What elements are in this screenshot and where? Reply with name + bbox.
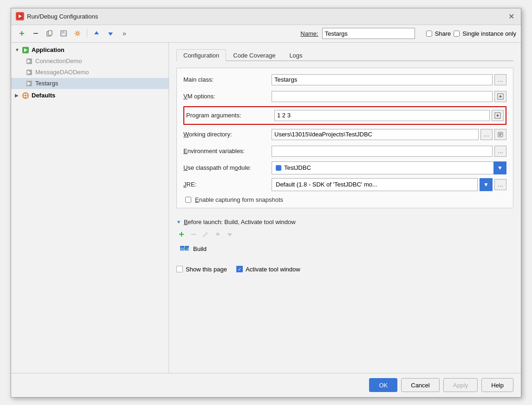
program-args-label: Program arguments: bbox=[186, 112, 274, 119]
name-area: Name: Share Single instance only bbox=[300, 28, 516, 39]
add-button[interactable] bbox=[16, 27, 28, 39]
enable-snapshots-row: Enable capturing form snapshots bbox=[183, 196, 506, 203]
application-icon bbox=[21, 46, 30, 54]
move-up-button[interactable] bbox=[91, 27, 103, 39]
svg-line-18 bbox=[76, 35, 76, 35]
working-dir-control: … bbox=[272, 129, 506, 140]
messagedaodemo-label: MessageDAODemo bbox=[35, 69, 165, 76]
cancel-button[interactable]: Cancel bbox=[401, 378, 439, 392]
defaults-label: Defaults bbox=[32, 92, 165, 99]
before-launch-arrow: ▼ bbox=[176, 219, 181, 225]
tree-item-connectiondemo[interactable]: ConnectionDemo bbox=[11, 56, 169, 67]
before-launch-toolbar bbox=[176, 229, 513, 239]
jre-browse-button[interactable]: … bbox=[494, 179, 506, 190]
classpath-row: Use classpath of module: TestJDBC ▼ bbox=[183, 161, 506, 175]
tree-item-messagedaodemo[interactable]: MessageDAODemo bbox=[11, 67, 169, 78]
tab-code-coverage[interactable]: Code Coverage bbox=[226, 49, 282, 61]
working-dir-browse-button[interactable]: … bbox=[480, 129, 493, 140]
tree-item-testargs[interactable]: Testargs bbox=[11, 78, 169, 89]
defaults-arrow: ▶ bbox=[15, 93, 21, 98]
env-vars-control: … bbox=[272, 146, 506, 157]
jre-field[interactable]: Default (1.8 - SDK of 'TestJDBC' mo... bbox=[272, 178, 478, 191]
main-class-control: … bbox=[272, 74, 506, 85]
close-button[interactable]: ✕ bbox=[506, 11, 516, 21]
main-class-input[interactable] bbox=[272, 74, 493, 85]
tab-configuration[interactable]: Configuration bbox=[176, 49, 226, 61]
move-down-button[interactable] bbox=[104, 27, 117, 39]
save-button[interactable] bbox=[58, 27, 70, 39]
jre-value: Default (1.8 - SDK of 'TestJDBC' mo... bbox=[276, 181, 377, 188]
before-launch-title: Before launch: Build, Activate tool wind… bbox=[184, 219, 296, 225]
single-instance-label[interactable]: Single instance only bbox=[462, 30, 516, 37]
content-area: ▼ Application ConnectionDemo bbox=[11, 43, 521, 373]
classpath-select-field[interactable]: TestJDBC bbox=[272, 161, 493, 174]
env-vars-input[interactable] bbox=[272, 146, 493, 157]
classpath-dropdown-button[interactable]: ▼ bbox=[493, 161, 506, 174]
bl-remove-button[interactable] bbox=[188, 229, 199, 239]
bl-add-button[interactable] bbox=[176, 229, 187, 239]
svg-marker-20 bbox=[108, 32, 113, 36]
classpath-select-wrapper: TestJDBC ▼ bbox=[272, 161, 506, 174]
activate-window-label[interactable]: Activate tool window bbox=[246, 266, 300, 273]
svg-marker-48 bbox=[215, 232, 220, 235]
show-page-label[interactable]: Show this page bbox=[186, 266, 227, 273]
help-button[interactable]: Help bbox=[481, 378, 513, 392]
run-debug-dialog: Run/Debug Configurations ✕ bbox=[11, 8, 521, 398]
env-vars-browse-button[interactable]: … bbox=[494, 146, 506, 157]
show-page-checkbox[interactable] bbox=[176, 266, 183, 272]
working-dir-input[interactable] bbox=[272, 129, 479, 140]
app-icon bbox=[16, 12, 24, 20]
working-dir-macro-button[interactable] bbox=[494, 129, 506, 140]
jre-label: JRE: bbox=[183, 181, 272, 188]
dialog-title: Run/Debug Configurations bbox=[27, 13, 98, 20]
copy-button[interactable] bbox=[44, 27, 56, 39]
vm-options-input[interactable] bbox=[272, 91, 493, 102]
share-label[interactable]: Share bbox=[435, 30, 451, 37]
vm-options-control bbox=[272, 91, 506, 102]
classpath-value: TestJDBC bbox=[284, 164, 311, 171]
ok-button[interactable]: OK bbox=[369, 378, 397, 392]
tree-item-application[interactable]: ▼ Application bbox=[11, 45, 169, 56]
enable-snapshots-label[interactable]: Enable capturing form snapshots bbox=[195, 196, 283, 203]
svg-rect-8 bbox=[62, 31, 65, 33]
settings-button[interactable] bbox=[71, 27, 84, 39]
bottom-checkboxes: Show this page ✓ Activate tool window bbox=[176, 262, 513, 276]
svg-point-30 bbox=[25, 95, 26, 96]
single-instance-checkbox[interactable] bbox=[454, 31, 460, 37]
enable-snapshots-checkbox[interactable] bbox=[185, 197, 191, 203]
svg-text:01: 01 bbox=[181, 247, 184, 251]
bl-edit-button[interactable] bbox=[201, 229, 211, 239]
before-launch-section: ▼ Before launch: Build, Activate tool wi… bbox=[176, 219, 513, 255]
more-button[interactable]: » bbox=[118, 27, 130, 39]
svg-line-16 bbox=[79, 35, 79, 35]
tree-item-defaults[interactable]: ▶ Defaults bbox=[11, 90, 169, 101]
tab-logs[interactable]: Logs bbox=[282, 49, 309, 61]
activate-window-checkbox[interactable]: ✓ bbox=[236, 266, 243, 272]
svg-rect-6 bbox=[48, 31, 52, 35]
name-input[interactable] bbox=[322, 28, 415, 39]
bl-up-button[interactable] bbox=[213, 229, 223, 239]
sidebar: ▼ Application ConnectionDemo bbox=[11, 43, 169, 373]
application-label: Application bbox=[32, 46, 165, 53]
jre-control: Default (1.8 - SDK of 'TestJDBC' mo... ▼… bbox=[272, 178, 506, 191]
program-args-expand-button[interactable] bbox=[492, 110, 504, 121]
remove-button[interactable] bbox=[30, 27, 42, 39]
program-args-input[interactable] bbox=[274, 110, 490, 121]
svg-line-15 bbox=[76, 32, 76, 32]
toolbar: » Name: Share Single instance only bbox=[11, 25, 521, 43]
working-dir-label: Working directory: bbox=[183, 131, 272, 138]
apply-button[interactable]: Apply bbox=[443, 378, 478, 392]
share-checkbox[interactable] bbox=[426, 31, 432, 37]
program-args-row: Program arguments: bbox=[183, 106, 506, 125]
defaults-icon bbox=[21, 91, 30, 100]
form-section: Main class: … VM options: bbox=[176, 68, 513, 208]
show-page-check: Show this page bbox=[176, 266, 227, 273]
main-class-browse-button[interactable]: … bbox=[494, 74, 506, 85]
footer: OK Cancel Apply Help bbox=[11, 373, 521, 397]
bl-down-button[interactable] bbox=[225, 229, 235, 239]
before-launch-header[interactable]: ▼ Before launch: Build, Activate tool wi… bbox=[176, 219, 513, 225]
vm-options-expand-button[interactable] bbox=[494, 91, 506, 102]
vm-options-label: VM options: bbox=[183, 93, 272, 100]
jre-dropdown-button[interactable]: ▼ bbox=[480, 178, 493, 191]
build-item: 01 10 Build bbox=[176, 243, 513, 255]
